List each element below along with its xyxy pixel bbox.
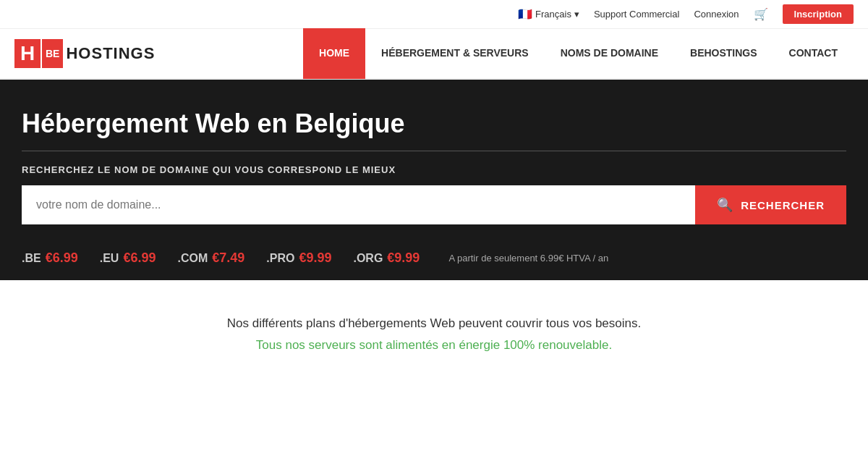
domain-com: .COM €7.49 xyxy=(177,250,244,266)
content-green-text: Tous nos serveurs sont alimentés en éner… xyxy=(14,338,854,353)
nav-contact[interactable]: CONTACT xyxy=(773,28,854,79)
nav-hebergement[interactable]: HÉBERGEMENT & SERVEURS xyxy=(365,28,545,79)
logo-h: H xyxy=(14,39,41,68)
content-section: Nos différents plans d'hébergements Web … xyxy=(0,280,868,374)
lang-dropdown-icon: ▾ xyxy=(574,9,579,20)
content-main-text: Nos différents plans d'hébergements Web … xyxy=(14,316,854,331)
cart-icon[interactable]: 🛒 xyxy=(754,7,768,21)
language-selector[interactable]: 🇫🇷 Français ▾ xyxy=(518,7,579,21)
domain-prices: .BE €6.99 .EU €6.99 .COM €7.49 .PRO €9.9… xyxy=(22,239,846,280)
hero-title: Hébergement Web en Belgique xyxy=(22,109,846,139)
domain-ext-com: .COM xyxy=(177,252,208,265)
search-icon: 🔍 xyxy=(717,197,733,213)
domain-price-org: €9.99 xyxy=(387,250,420,266)
search-row: 🔍 RECHERCHER xyxy=(22,185,846,224)
domain-eu: .EU €6.99 xyxy=(100,250,156,266)
domain-org: .ORG €9.99 xyxy=(353,250,420,266)
logo-be: BE xyxy=(42,39,63,68)
domain-ext-be: .BE xyxy=(22,252,41,265)
support-link[interactable]: Support Commercial xyxy=(594,9,680,20)
inscription-button[interactable]: Inscription xyxy=(783,4,854,24)
domain-price-be: €6.99 xyxy=(46,250,78,266)
domain-ext-pro: .PRO xyxy=(266,252,294,265)
login-link[interactable]: Connexion xyxy=(694,9,739,20)
navbar: H BE HOSTINGS HOME HÉBERGEMENT & SERVEUR… xyxy=(0,29,868,80)
domain-price-com: €7.49 xyxy=(212,250,244,266)
domain-ext-org: .ORG xyxy=(353,252,383,265)
nav-noms-de-domaine[interactable]: NOMS DE DOMAINE xyxy=(545,28,674,79)
domain-be: .BE €6.99 xyxy=(22,250,78,266)
hero-divider xyxy=(22,151,846,151)
lang-label: Français xyxy=(535,9,571,20)
hero-subtitle: RECHERCHEZ LE NOM DE DOMAINE QUI VOUS CO… xyxy=(22,164,846,175)
domain-pro: .PRO €9.99 xyxy=(266,250,331,266)
domain-price-pro: €9.99 xyxy=(299,250,331,266)
domain-search-input[interactable] xyxy=(22,185,695,224)
search-button[interactable]: 🔍 RECHERCHER xyxy=(695,185,846,224)
logo[interactable]: H BE HOSTINGS xyxy=(14,39,155,68)
domain-price-eu: €6.99 xyxy=(123,250,156,266)
nav-home[interactable]: HOME xyxy=(303,28,365,79)
nav-links: HOME HÉBERGEMENT & SERVEURS NOMS DE DOMA… xyxy=(303,29,854,78)
domain-ext-eu: .EU xyxy=(100,252,119,265)
domain-note: A partir de seulement 6.99€ HTVA / an xyxy=(448,253,608,264)
topbar: 🇫🇷 Français ▾ Support Commercial Connexi… xyxy=(0,0,868,29)
hero-section: Hébergement Web en Belgique RECHERCHEZ L… xyxy=(0,80,868,280)
logo-text: HOSTINGS xyxy=(66,44,155,63)
search-button-label: RECHERCHER xyxy=(741,199,825,211)
nav-behostings[interactable]: BEHOSTINGS xyxy=(674,28,773,79)
